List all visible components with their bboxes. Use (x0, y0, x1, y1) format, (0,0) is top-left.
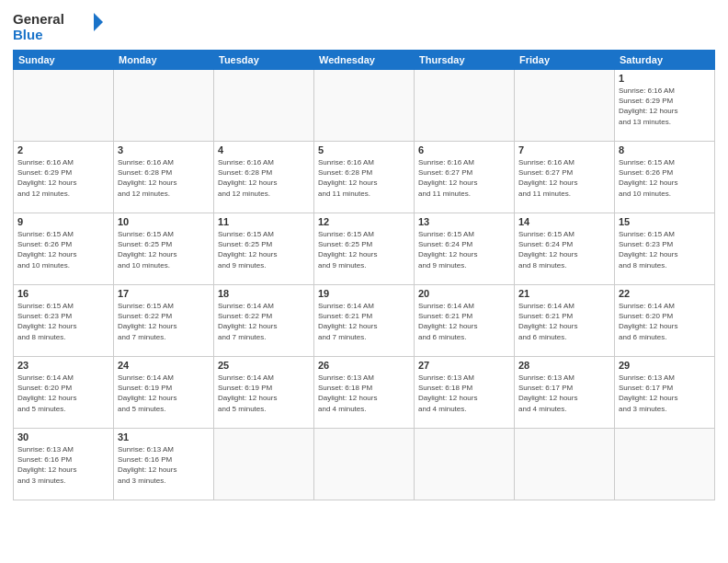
day-number: 24 (118, 360, 210, 371)
day-number: 4 (218, 144, 310, 155)
calendar-cell: 23Sunrise: 6:14 AM Sunset: 6:20 PM Dayli… (14, 357, 114, 429)
calendar-cell: 28Sunrise: 6:13 AM Sunset: 6:17 PM Dayli… (515, 357, 615, 429)
day-info: Sunrise: 6:15 AM Sunset: 6:23 PM Dayligh… (17, 301, 109, 342)
calendar-cell: 13Sunrise: 6:15 AM Sunset: 6:24 PM Dayli… (415, 213, 515, 285)
day-info: Sunrise: 6:14 AM Sunset: 6:19 PM Dayligh… (218, 373, 310, 414)
day-number: 29 (619, 360, 711, 371)
calendar-week-row: 16Sunrise: 6:15 AM Sunset: 6:23 PM Dayli… (14, 285, 715, 357)
calendar-week-row: 1Sunrise: 6:16 AM Sunset: 6:29 PM Daylig… (14, 70, 715, 142)
day-info: Sunrise: 6:14 AM Sunset: 6:19 PM Dayligh… (118, 373, 210, 414)
calendar-cell: 10Sunrise: 6:15 AM Sunset: 6:25 PM Dayli… (114, 213, 214, 285)
calendar-cell: 16Sunrise: 6:15 AM Sunset: 6:23 PM Dayli… (14, 285, 114, 357)
day-number: 19 (318, 288, 410, 299)
calendar-week-row: 9Sunrise: 6:15 AM Sunset: 6:26 PM Daylig… (14, 213, 715, 285)
calendar-cell (415, 429, 515, 500)
day-number: 3 (118, 144, 210, 155)
day-number: 10 (118, 216, 210, 227)
col-thursday: Thursday (415, 51, 515, 70)
day-number: 11 (218, 216, 310, 227)
calendar-week-row: 30Sunrise: 6:13 AM Sunset: 6:16 PM Dayli… (14, 429, 715, 500)
calendar-cell (214, 429, 314, 500)
day-number: 16 (17, 288, 109, 299)
calendar-cell (515, 429, 615, 500)
day-info: Sunrise: 6:13 AM Sunset: 6:17 PM Dayligh… (619, 373, 711, 414)
day-info: Sunrise: 6:16 AM Sunset: 6:27 PM Dayligh… (518, 157, 610, 199)
day-info: Sunrise: 6:16 AM Sunset: 6:29 PM Dayligh… (17, 157, 109, 199)
calendar-cell: 15Sunrise: 6:15 AM Sunset: 6:23 PM Dayli… (615, 213, 715, 285)
day-info: Sunrise: 6:15 AM Sunset: 6:25 PM Dayligh… (218, 229, 310, 270)
day-number: 20 (418, 288, 510, 299)
col-saturday: Saturday (615, 51, 715, 70)
day-info: Sunrise: 6:13 AM Sunset: 6:16 PM Dayligh… (118, 444, 210, 486)
day-info: Sunrise: 6:16 AM Sunset: 6:29 PM Dayligh… (619, 86, 711, 127)
calendar-cell: 19Sunrise: 6:14 AM Sunset: 6:21 PM Dayli… (314, 285, 415, 357)
day-info: Sunrise: 6:15 AM Sunset: 6:26 PM Dayligh… (619, 157, 711, 199)
day-number: 13 (418, 216, 510, 227)
day-number: 12 (318, 216, 410, 227)
day-info: Sunrise: 6:14 AM Sunset: 6:21 PM Dayligh… (418, 301, 510, 342)
day-number: 6 (418, 144, 510, 155)
calendar-cell: 29Sunrise: 6:13 AM Sunset: 6:17 PM Dayli… (615, 357, 715, 429)
day-info: Sunrise: 6:15 AM Sunset: 6:22 PM Dayligh… (118, 301, 210, 342)
day-info: Sunrise: 6:15 AM Sunset: 6:24 PM Dayligh… (518, 229, 610, 270)
calendar-cell: 26Sunrise: 6:13 AM Sunset: 6:18 PM Dayli… (314, 357, 415, 429)
day-number: 18 (218, 288, 310, 299)
day-number: 9 (17, 216, 109, 227)
calendar-cell: 12Sunrise: 6:15 AM Sunset: 6:25 PM Dayli… (314, 213, 415, 285)
calendar-cell (14, 70, 114, 142)
day-info: Sunrise: 6:15 AM Sunset: 6:25 PM Dayligh… (318, 229, 410, 270)
generalblue-logo-icon: General Blue (13, 9, 105, 42)
day-number: 26 (318, 360, 410, 371)
day-number: 31 (118, 431, 210, 442)
calendar-cell: 2Sunrise: 6:16 AM Sunset: 6:29 PM Daylig… (14, 142, 114, 213)
col-wednesday: Wednesday (314, 51, 415, 70)
day-number: 15 (619, 216, 711, 227)
calendar-cell: 17Sunrise: 6:15 AM Sunset: 6:22 PM Dayli… (114, 285, 214, 357)
day-info: Sunrise: 6:14 AM Sunset: 6:20 PM Dayligh… (17, 373, 109, 414)
day-info: Sunrise: 6:16 AM Sunset: 6:27 PM Dayligh… (418, 157, 510, 199)
page: General Blue Sunday Monday Tuesday Wedne… (0, 0, 728, 563)
day-info: Sunrise: 6:13 AM Sunset: 6:17 PM Dayligh… (518, 373, 610, 414)
day-info: Sunrise: 6:15 AM Sunset: 6:25 PM Dayligh… (118, 229, 210, 270)
calendar-week-row: 2Sunrise: 6:16 AM Sunset: 6:29 PM Daylig… (14, 142, 715, 213)
day-number: 22 (619, 288, 711, 299)
calendar-cell: 31Sunrise: 6:13 AM Sunset: 6:16 PM Dayli… (114, 429, 214, 500)
calendar-cell: 1Sunrise: 6:16 AM Sunset: 6:29 PM Daylig… (615, 70, 715, 142)
day-info: Sunrise: 6:14 AM Sunset: 6:20 PM Dayligh… (619, 301, 711, 342)
svg-text:Blue: Blue (13, 27, 43, 42)
day-info: Sunrise: 6:14 AM Sunset: 6:21 PM Dayligh… (518, 301, 610, 342)
day-info: Sunrise: 6:15 AM Sunset: 6:24 PM Dayligh… (418, 229, 510, 270)
day-number: 5 (318, 144, 410, 155)
calendar-cell: 11Sunrise: 6:15 AM Sunset: 6:25 PM Dayli… (214, 213, 314, 285)
header: General Blue (13, 9, 715, 42)
calendar-cell: 18Sunrise: 6:14 AM Sunset: 6:22 PM Dayli… (214, 285, 314, 357)
day-info: Sunrise: 6:15 AM Sunset: 6:23 PM Dayligh… (619, 229, 711, 270)
calendar-week-row: 23Sunrise: 6:14 AM Sunset: 6:20 PM Dayli… (14, 357, 715, 429)
calendar-cell: 4Sunrise: 6:16 AM Sunset: 6:28 PM Daylig… (214, 142, 314, 213)
calendar-cell: 8Sunrise: 6:15 AM Sunset: 6:26 PM Daylig… (615, 142, 715, 213)
calendar-cell (415, 70, 515, 142)
calendar-cell: 7Sunrise: 6:16 AM Sunset: 6:27 PM Daylig… (515, 142, 615, 213)
calendar-cell (314, 70, 415, 142)
calendar-table: Sunday Monday Tuesday Wednesday Thursday… (13, 50, 715, 500)
day-number: 17 (118, 288, 210, 299)
calendar-cell: 6Sunrise: 6:16 AM Sunset: 6:27 PM Daylig… (415, 142, 515, 213)
calendar-cell (214, 70, 314, 142)
calendar-cell: 25Sunrise: 6:14 AM Sunset: 6:19 PM Dayli… (214, 357, 314, 429)
day-info: Sunrise: 6:15 AM Sunset: 6:26 PM Dayligh… (17, 229, 109, 270)
svg-text:General: General (13, 11, 64, 27)
day-number: 1 (619, 73, 711, 84)
day-number: 21 (518, 288, 610, 299)
calendar-cell (114, 70, 214, 142)
day-number: 2 (17, 144, 109, 155)
day-info: Sunrise: 6:16 AM Sunset: 6:28 PM Dayligh… (118, 157, 210, 199)
col-monday: Monday (114, 51, 214, 70)
day-number: 8 (619, 144, 711, 155)
col-sunday: Sunday (14, 51, 114, 70)
calendar-cell (515, 70, 615, 142)
day-info: Sunrise: 6:14 AM Sunset: 6:22 PM Dayligh… (218, 301, 310, 342)
day-number: 14 (518, 216, 610, 227)
calendar-cell: 5Sunrise: 6:16 AM Sunset: 6:28 PM Daylig… (314, 142, 415, 213)
calendar-cell: 14Sunrise: 6:15 AM Sunset: 6:24 PM Dayli… (515, 213, 615, 285)
day-number: 7 (518, 144, 610, 155)
